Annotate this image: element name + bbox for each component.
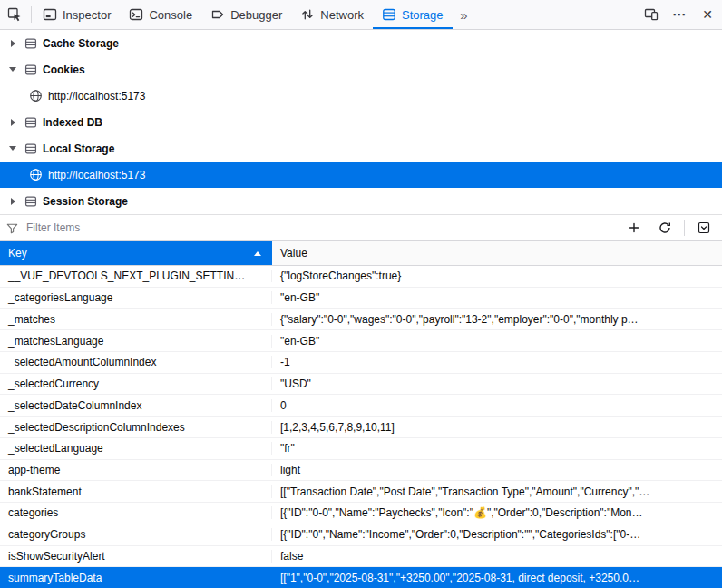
tabs-overflow-button[interactable]: » [453, 0, 476, 29]
responsive-design-button[interactable] [637, 0, 666, 29]
row-value: [1,2,3,4,5,6,7,8,9,10,11] [272, 421, 722, 434]
toolbar-separator [31, 6, 32, 23]
twisty-expanded-icon[interactable] [6, 67, 19, 72]
tree-item-label: Session Storage [43, 195, 128, 208]
tree-item-local-storage[interactable]: Local Storage [0, 135, 722, 162]
tab-storage[interactable]: Storage [373, 0, 453, 29]
row-value: {"salary":"0-0","wages":"0-0","payroll":… [272, 313, 722, 326]
row-key: __VUE_DEVTOOLS_NEXT_PLUGIN_SETTIN… [0, 270, 272, 282]
filterbar-separator [684, 220, 685, 236]
storage-filter-bar [0, 214, 722, 241]
meatball-icon: ⋯ [672, 6, 687, 23]
twisty-expanded-icon[interactable] [6, 146, 19, 151]
plus-icon [627, 220, 641, 235]
tree-item-label: http://localhost:5173 [48, 169, 145, 181]
row-value: [["1","0-0","2025-08-31","+3250.00","202… [272, 572, 722, 584]
tab-debugger[interactable]: Debugger [201, 0, 291, 29]
filter-items-input[interactable] [24, 220, 616, 235]
table-row[interactable]: bankStatement [["Transaction Date","Post… [0, 481, 722, 503]
storage-type-icon [24, 195, 37, 208]
globe-icon [29, 89, 43, 103]
table-row[interactable]: _selectedCurrency "USD" [0, 374, 722, 396]
add-item-button[interactable] [621, 217, 647, 239]
row-value: [{"ID":"0-0","Name":"Paychecks","Icon":"… [272, 506, 722, 519]
tree-item-session-storage[interactable]: Session Storage [0, 188, 722, 214]
table-row[interactable]: categories [{"ID":"0-0","Name":"Paycheck… [0, 503, 722, 524]
table-row[interactable]: _selectedDescriptionColumnIndexes [1,2,3… [0, 416, 722, 438]
tree-item-local-storage-host[interactable]: http://localhost:5173 [0, 162, 722, 188]
filter-icon [5, 221, 19, 235]
table-row[interactable]: _selectedAmountColumnIndex -1 [0, 352, 722, 374]
sidebar-toggle-button[interactable] [691, 217, 717, 239]
pick-element-button[interactable] [0, 0, 29, 29]
storage-type-icon [24, 142, 37, 155]
table-row[interactable]: __VUE_DEVTOOLS_NEXT_PLUGIN_SETTIN… {"log… [0, 266, 722, 288]
twisty-collapsed-icon[interactable] [6, 119, 19, 126]
table-row[interactable]: _selectedDateColumnIndex 0 [0, 395, 722, 416]
tree-item-cookies[interactable]: Cookies [0, 56, 722, 83]
table-row[interactable]: _selectedLanguage "fr" [0, 438, 722, 460]
row-value: [{"ID":"0","Name":"Income","Order":0,"De… [272, 528, 722, 541]
table-header: Key Value [0, 241, 722, 266]
row-key: _selectedDescriptionColumnIndexes [0, 421, 272, 434]
twisty-collapsed-icon[interactable] [6, 40, 19, 47]
tree-item-label: http://localhost:5173 [48, 90, 145, 103]
row-value: {"logStoreChanges":true} [272, 270, 722, 282]
toolbar-spacer [476, 0, 637, 29]
row-key: _matches [0, 313, 272, 326]
tab-inspector[interactable]: Inspector [34, 0, 120, 29]
storage-type-icon [24, 116, 37, 129]
chevron-double-icon: » [460, 7, 467, 23]
refresh-items-button[interactable] [652, 217, 678, 239]
devtools-window: Inspector Console Debugger Network [0, 0, 722, 588]
tab-console-label: Console [149, 8, 192, 22]
table-row[interactable]: _categoriesLanguage "en-GB" [0, 288, 722, 309]
tab-storage-label: Storage [402, 8, 444, 22]
meatball-menu-button[interactable]: ⋯ [666, 0, 693, 29]
close-icon: ✕ [702, 7, 713, 22]
console-icon [129, 7, 143, 22]
table-row[interactable]: summaryTableData [["1","0-0","2025-08-31… [0, 567, 722, 588]
row-key: _categoriesLanguage [0, 291, 272, 304]
column-header-value[interactable]: Value [272, 241, 722, 265]
storage-tree: Cache Storage Cookies http://localhost:5… [0, 30, 722, 214]
row-key: _selectedCurrency [0, 377, 272, 390]
tree-item-label: Indexed DB [43, 116, 102, 129]
row-key: _matchesLanguage [0, 335, 272, 348]
row-value: "fr" [272, 442, 722, 455]
row-value: "USD" [272, 377, 722, 390]
tab-inspector-label: Inspector [63, 8, 111, 22]
table-row[interactable]: _matches {"salary":"0-0","wages":"0-0","… [0, 309, 722, 330]
row-key: app-theme [0, 464, 272, 476]
responsive-design-icon [644, 7, 659, 22]
tree-item-indexed-db[interactable]: Indexed DB [0, 109, 722, 135]
row-value: -1 [272, 356, 722, 368]
table-row[interactable]: categoryGroups [{"ID":"0","Name":"Income… [0, 524, 722, 546]
tab-console[interactable]: Console [120, 0, 201, 29]
column-header-key[interactable]: Key [0, 241, 272, 265]
row-key: _selectedDateColumnIndex [0, 399, 272, 412]
table-row[interactable]: _matchesLanguage "en-GB" [0, 330, 722, 352]
network-icon [300, 7, 315, 22]
tab-debugger-label: Debugger [230, 8, 282, 22]
row-key: bankStatement [0, 485, 272, 498]
refresh-icon [658, 220, 672, 235]
pick-element-icon [7, 7, 22, 22]
tab-network-label: Network [320, 8, 364, 22]
table-body: __VUE_DEVTOOLS_NEXT_PLUGIN_SETTIN… {"log… [0, 266, 722, 588]
row-key: categories [0, 506, 272, 519]
tree-item-cookies-host[interactable]: http://localhost:5173 [0, 83, 722, 109]
twisty-collapsed-icon[interactable] [6, 198, 19, 205]
table-row[interactable]: app-theme light [0, 460, 722, 482]
column-header-value-label: Value [280, 247, 307, 260]
tab-network[interactable]: Network [291, 0, 373, 29]
sidebar-toggle-icon [697, 220, 711, 235]
panel-tabs: Inspector Console Debugger Network [34, 0, 453, 29]
devtools-toolbar: Inspector Console Debugger Network [0, 0, 722, 30]
close-devtools-button[interactable]: ✕ [693, 0, 722, 29]
row-value: 0 [272, 399, 722, 412]
row-value: false [272, 550, 722, 563]
tree-item-label: Cookies [43, 64, 85, 76]
table-row[interactable]: isShowSecurityAlert false [0, 546, 722, 568]
tree-item-cache-storage[interactable]: Cache Storage [0, 30, 722, 56]
